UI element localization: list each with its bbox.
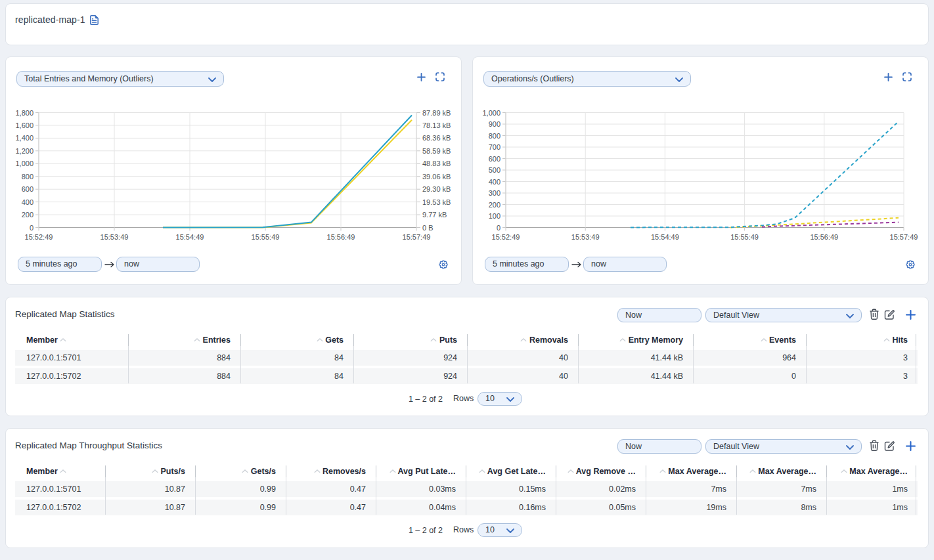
svg-text:700: 700	[489, 143, 500, 151]
svg-text:800: 800	[489, 132, 500, 140]
svg-text:15:54:49: 15:54:49	[651, 233, 679, 241]
svg-text:1,800: 1,800	[15, 109, 33, 117]
svg-text:15:57:49: 15:57:49	[890, 233, 918, 241]
svg-text:15:54:49: 15:54:49	[176, 233, 204, 241]
svg-text:58.59 kB: 58.59 kB	[422, 147, 451, 155]
svg-text:0: 0	[497, 224, 500, 232]
svg-text:15:56:49: 15:56:49	[327, 233, 355, 241]
svg-text:15:53:49: 15:53:49	[571, 233, 600, 241]
svg-text:87.89 kB: 87.89 kB	[422, 109, 451, 117]
svg-text:15:52:49: 15:52:49	[492, 233, 520, 241]
svg-text:400: 400	[22, 198, 33, 206]
svg-text:200: 200	[489, 201, 500, 209]
svg-text:600: 600	[489, 155, 500, 163]
svg-text:600: 600	[22, 185, 33, 193]
svg-text:1,400: 1,400	[15, 134, 33, 142]
svg-text:15:55:49: 15:55:49	[252, 233, 280, 241]
svg-text:68.36 kB: 68.36 kB	[422, 134, 451, 142]
svg-text:15:56:49: 15:56:49	[810, 233, 838, 241]
svg-text:0 B: 0 B	[422, 224, 434, 232]
svg-text:15:52:49: 15:52:49	[25, 233, 53, 241]
svg-text:1,200: 1,200	[15, 147, 33, 155]
svg-text:0: 0	[30, 224, 33, 232]
svg-text:15:53:49: 15:53:49	[100, 233, 129, 241]
svg-text:200: 200	[22, 211, 33, 219]
svg-text:9.77 kB: 9.77 kB	[422, 211, 447, 219]
svg-text:300: 300	[489, 189, 500, 197]
svg-text:1,000: 1,000	[15, 160, 33, 167]
svg-text:19.53 kB: 19.53 kB	[422, 198, 451, 206]
svg-text:100: 100	[489, 212, 500, 220]
svg-text:1,000: 1,000	[482, 109, 500, 117]
svg-text:48.83 kB: 48.83 kB	[422, 160, 451, 167]
svg-text:500: 500	[489, 166, 500, 174]
svg-text:78.13 kB: 78.13 kB	[422, 121, 451, 129]
svg-text:15:57:49: 15:57:49	[403, 233, 431, 241]
svg-text:900: 900	[489, 120, 500, 128]
svg-text:29.30 kB: 29.30 kB	[422, 185, 451, 193]
svg-text:15:55:49: 15:55:49	[730, 233, 759, 241]
svg-text:800: 800	[22, 173, 33, 181]
svg-text:1,600: 1,600	[15, 121, 33, 129]
svg-text:39.06 kB: 39.06 kB	[422, 173, 451, 181]
svg-text:400: 400	[489, 178, 500, 186]
